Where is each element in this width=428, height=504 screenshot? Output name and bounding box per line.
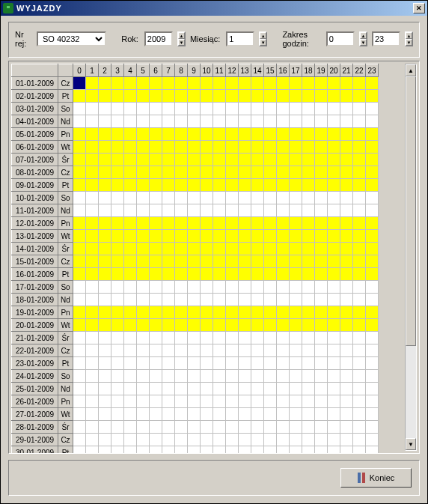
hour-cell[interactable] xyxy=(277,90,290,103)
hour-cell[interactable] xyxy=(213,90,226,103)
hour-cell[interactable] xyxy=(73,446,86,455)
hour-cell[interactable] xyxy=(315,128,328,141)
hour-cell[interactable] xyxy=(188,154,201,166)
hour-cell[interactable] xyxy=(302,217,315,230)
hour-cell[interactable] xyxy=(188,217,201,230)
col-header-hour-19[interactable]: 19 xyxy=(315,64,328,77)
table-row[interactable]: 06-01-2009Wt xyxy=(12,141,379,154)
hour-cell[interactable] xyxy=(264,204,277,217)
hour-cell[interactable] xyxy=(251,115,264,128)
hour-cell[interactable] xyxy=(111,434,124,446)
hour-cell[interactable] xyxy=(328,141,340,154)
hour-cell[interactable] xyxy=(239,446,251,455)
hour-cell[interactable] xyxy=(137,421,150,434)
hour-cell[interactable] xyxy=(251,90,264,103)
hour-cell[interactable] xyxy=(150,446,162,455)
hour-cell[interactable] xyxy=(302,357,315,370)
day-cell[interactable]: So xyxy=(58,192,73,204)
hour-cell[interactable] xyxy=(73,243,86,255)
hour-cell[interactable] xyxy=(251,421,264,434)
hour-cell[interactable] xyxy=(201,294,213,306)
hour-cell[interactable] xyxy=(366,204,379,217)
hour-cell[interactable] xyxy=(328,421,340,434)
hour-cell[interactable] xyxy=(99,243,111,255)
hour-cell[interactable] xyxy=(150,128,162,141)
hour-cell[interactable] xyxy=(111,255,124,268)
day-cell[interactable]: So xyxy=(58,370,73,383)
hour-cell[interactable] xyxy=(290,446,302,455)
hour-cell[interactable] xyxy=(201,255,213,268)
hour-cell[interactable] xyxy=(315,204,328,217)
col-header-hour-4[interactable]: 4 xyxy=(124,64,137,77)
hour-cell[interactable] xyxy=(124,319,137,332)
hour-cell[interactable] xyxy=(353,446,366,455)
hour-cell[interactable] xyxy=(86,357,99,370)
hour-cell[interactable] xyxy=(290,154,302,166)
hour-cell[interactable] xyxy=(290,357,302,370)
hour-cell[interactable] xyxy=(99,217,111,230)
hour-cell[interactable] xyxy=(302,154,315,166)
hour-cell[interactable] xyxy=(86,370,99,383)
hour-cell[interactable] xyxy=(277,306,290,319)
hour-cell[interactable] xyxy=(111,154,124,166)
hour-cell[interactable] xyxy=(99,115,111,128)
hour-cell[interactable] xyxy=(150,408,162,421)
hour-cell[interactable] xyxy=(162,154,175,166)
hour-cell[interactable] xyxy=(150,319,162,332)
zakres-to-spin-down[interactable]: ▼ xyxy=(406,39,412,46)
scroll-track[interactable] xyxy=(406,76,416,438)
hour-cell[interactable] xyxy=(251,166,264,179)
hour-cell[interactable] xyxy=(188,395,201,408)
hour-cell[interactable] xyxy=(353,230,366,243)
hour-cell[interactable] xyxy=(111,421,124,434)
hour-cell[interactable] xyxy=(86,383,99,395)
hour-cell[interactable] xyxy=(162,255,175,268)
hour-cell[interactable] xyxy=(264,243,277,255)
hour-cell[interactable] xyxy=(251,370,264,383)
hour-cell[interactable] xyxy=(353,192,366,204)
hour-cell[interactable] xyxy=(239,204,251,217)
hour-cell[interactable] xyxy=(226,370,239,383)
hour-cell[interactable] xyxy=(239,77,251,90)
hour-cell[interactable] xyxy=(290,395,302,408)
day-cell[interactable]: Pn xyxy=(58,395,73,408)
hour-cell[interactable] xyxy=(328,383,340,395)
hour-cell[interactable] xyxy=(201,344,213,357)
hour-cell[interactable] xyxy=(315,115,328,128)
hour-cell[interactable] xyxy=(162,357,175,370)
date-cell[interactable]: 14-01-2009 xyxy=(12,243,58,255)
hour-cell[interactable] xyxy=(213,383,226,395)
hour-cell[interactable] xyxy=(239,103,251,115)
table-row[interactable]: 24-01-2009So xyxy=(12,370,379,383)
hour-cell[interactable] xyxy=(213,128,226,141)
hour-cell[interactable] xyxy=(175,408,188,421)
zakres-to-spinner[interactable]: ▲ ▼ xyxy=(405,31,413,46)
hour-cell[interactable] xyxy=(213,204,226,217)
hour-cell[interactable] xyxy=(226,141,239,154)
hour-cell[interactable] xyxy=(353,344,366,357)
hour-cell[interactable] xyxy=(137,154,150,166)
hour-cell[interactable] xyxy=(226,179,239,192)
hour-cell[interactable] xyxy=(328,217,340,230)
hour-cell[interactable] xyxy=(73,421,86,434)
date-cell[interactable]: 10-01-2009 xyxy=(12,192,58,204)
hour-cell[interactable] xyxy=(353,255,366,268)
hour-cell[interactable] xyxy=(277,281,290,294)
day-cell[interactable]: Wt xyxy=(58,230,73,243)
hour-cell[interactable] xyxy=(150,344,162,357)
hour-cell[interactable] xyxy=(213,281,226,294)
hour-cell[interactable] xyxy=(99,141,111,154)
hour-cell[interactable] xyxy=(302,192,315,204)
hour-cell[interactable] xyxy=(201,306,213,319)
hour-cell[interactable] xyxy=(175,370,188,383)
hour-cell[interactable] xyxy=(366,281,379,294)
hour-cell[interactable] xyxy=(86,128,99,141)
hour-cell[interactable] xyxy=(302,446,315,455)
hour-cell[interactable] xyxy=(239,319,251,332)
hour-cell[interactable] xyxy=(162,204,175,217)
hour-cell[interactable] xyxy=(137,306,150,319)
table-row[interactable]: 12-01-2009Pn xyxy=(12,217,379,230)
hour-cell[interactable] xyxy=(188,332,201,344)
col-header-hour-5[interactable]: 5 xyxy=(137,64,150,77)
hour-cell[interactable] xyxy=(226,357,239,370)
